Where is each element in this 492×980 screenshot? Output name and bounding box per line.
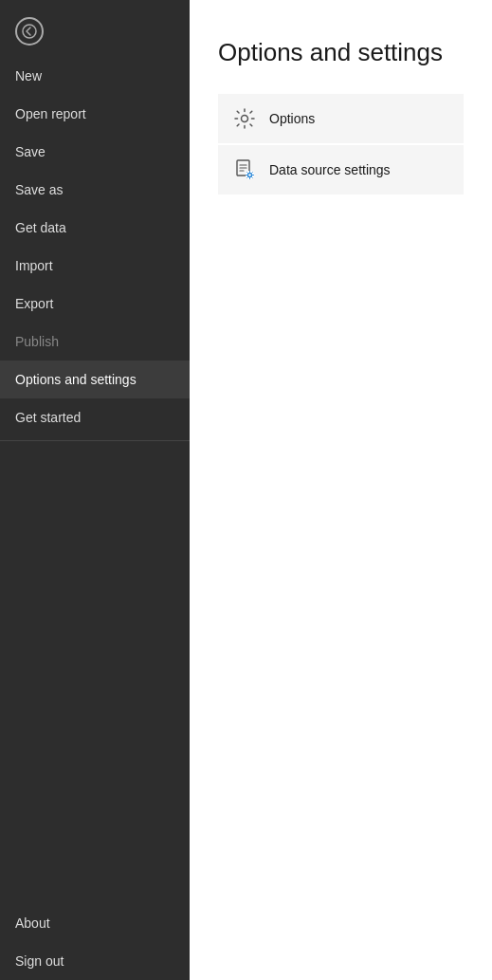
sidebar-item-sign-out-label: Sign out <box>15 953 64 969</box>
back-circle-icon[interactable] <box>15 17 44 46</box>
sidebar-divider <box>0 440 190 441</box>
sidebar-item-about-label: About <box>15 915 50 931</box>
back-button[interactable] <box>0 0 190 57</box>
sidebar-item-publish-label: Publish <box>15 334 59 349</box>
sidebar-item-open-report[interactable]: Open report <box>0 95 190 133</box>
gear-icon <box>233 107 256 130</box>
sidebar-item-options-and-settings-label: Options and settings <box>15 372 137 387</box>
sidebar-item-get-started-label: Get started <box>15 410 81 425</box>
settings-list: Options Data source settings <box>218 94 464 194</box>
sidebar-item-save-as-label: Save as <box>15 182 64 197</box>
sidebar-item-about[interactable]: About <box>0 904 190 942</box>
sidebar-item-get-data-label: Get data <box>15 220 66 235</box>
page-title: Options and settings <box>218 38 464 67</box>
sidebar-item-new[interactable]: New <box>0 57 190 95</box>
datasource-icon <box>233 158 256 181</box>
main-content: Options and settings Options <box>190 0 492 980</box>
data-source-settings-item[interactable]: Data source settings <box>218 145 464 194</box>
sidebar-item-import-label: Import <box>15 258 53 273</box>
sidebar-item-get-started[interactable]: Get started <box>0 398 190 436</box>
sidebar-bottom: About Sign out <box>0 904 190 980</box>
sidebar: New Open report Save Save as Get data Im… <box>0 0 190 980</box>
sidebar-item-export[interactable]: Export <box>0 285 190 323</box>
sidebar-item-options-and-settings[interactable]: Options and settings <box>0 361 190 398</box>
sidebar-nav: New Open report Save Save as Get data Im… <box>0 57 190 904</box>
sidebar-item-save-label: Save <box>15 144 46 159</box>
options-item[interactable]: Options <box>218 94 464 143</box>
svg-point-0 <box>23 25 36 38</box>
sidebar-item-get-data[interactable]: Get data <box>0 209 190 247</box>
sidebar-item-export-label: Export <box>15 296 53 311</box>
sidebar-item-save[interactable]: Save <box>0 133 190 171</box>
options-label: Options <box>269 111 315 126</box>
sidebar-item-new-label: New <box>15 68 42 83</box>
svg-point-1 <box>242 116 248 122</box>
sidebar-item-open-report-label: Open report <box>15 106 86 121</box>
sidebar-item-import[interactable]: Import <box>0 247 190 285</box>
sidebar-item-sign-out[interactable]: Sign out <box>0 942 190 980</box>
data-source-settings-label: Data source settings <box>269 162 391 177</box>
sidebar-item-publish[interactable]: Publish <box>0 323 190 361</box>
sidebar-item-save-as[interactable]: Save as <box>0 171 190 209</box>
